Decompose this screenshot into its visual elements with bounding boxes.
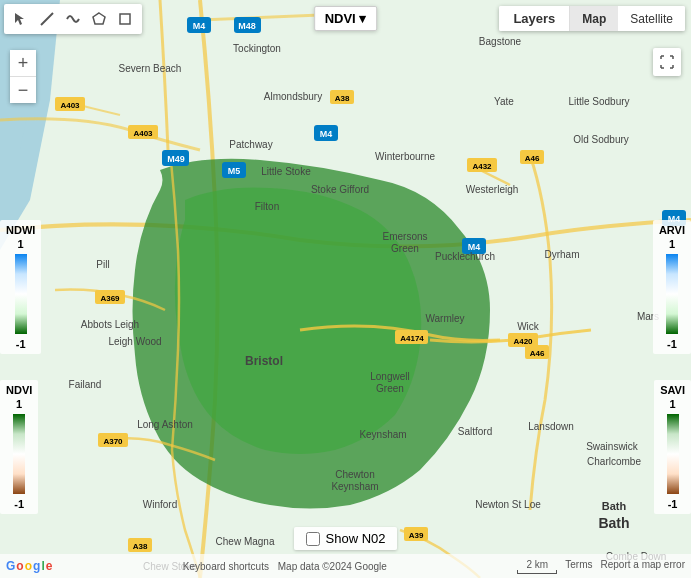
arvi-title: ARVI — [659, 224, 685, 236]
svg-text:A403: A403 — [60, 101, 80, 110]
svg-text:Keynsham: Keynsham — [331, 481, 378, 492]
cursor-icon[interactable] — [10, 8, 32, 30]
map-svg: M4 M4 M4 M4 M4 M5 M49 M48 A403 A403 A38 … — [0, 0, 691, 578]
layers-button[interactable]: Layers — [499, 6, 570, 31]
svg-text:Lansdown: Lansdown — [528, 421, 574, 432]
ndwi-title: NDWI — [6, 224, 35, 236]
svg-text:Stoke Gifford: Stoke Gifford — [311, 184, 369, 195]
tool-icons-container — [4, 4, 142, 34]
svg-text:Bath: Bath — [602, 500, 627, 512]
arvi-legend: ARVI 1 -1 — [653, 220, 691, 354]
svg-text:A420: A420 — [513, 337, 533, 346]
polygon-icon[interactable] — [88, 8, 110, 30]
zoom-in-button[interactable]: + — [10, 50, 36, 76]
svg-text:Swainswick: Swainswick — [586, 441, 639, 452]
show-no2-checkbox[interactable] — [306, 532, 320, 546]
svg-text:Filton: Filton — [255, 201, 279, 212]
ndwi-top: 1 — [18, 238, 24, 250]
svg-text:Tockington: Tockington — [233, 43, 281, 54]
svg-text:Winford: Winford — [143, 499, 177, 510]
ndvi-label: NDVI ▾ — [325, 11, 367, 26]
svg-text:Wick: Wick — [517, 321, 540, 332]
ndvi-legend: NDVI 1 -1 — [0, 380, 38, 514]
svg-text:A39: A39 — [409, 531, 424, 540]
square-icon[interactable] — [114, 8, 136, 30]
svg-text:Dyrham: Dyrham — [544, 249, 579, 260]
scale-line — [517, 570, 557, 574]
svg-text:Charlcombe: Charlcombe — [587, 456, 641, 467]
svg-text:A38: A38 — [133, 542, 148, 551]
show-no2-label[interactable]: Show N02 — [326, 531, 386, 546]
ndwi-legend: NDWI 1 -1 — [0, 220, 41, 354]
map-button[interactable]: Map — [570, 6, 618, 31]
svg-text:Emersons: Emersons — [382, 231, 427, 242]
bottom-bar: G o o g l e Keyboard shortcuts Map data … — [0, 554, 691, 578]
svg-text:Westerleigh: Westerleigh — [466, 184, 519, 195]
svg-text:Little Stoke: Little Stoke — [261, 166, 311, 177]
google-g2: g — [33, 559, 40, 573]
ndvi-button[interactable]: NDVI ▾ — [314, 6, 378, 31]
google-e: e — [46, 559, 53, 573]
svg-text:M49: M49 — [167, 154, 185, 164]
svg-text:Patchway: Patchway — [229, 139, 272, 150]
svg-text:A369: A369 — [100, 294, 120, 303]
bottom-right: 2 km Terms Report a map error — [517, 559, 685, 574]
zoom-out-button[interactable]: − — [10, 77, 36, 103]
svg-text:Warmley: Warmley — [425, 313, 464, 324]
svg-text:Chew Magna: Chew Magna — [216, 536, 275, 547]
svg-text:Little Sodbury: Little Sodbury — [568, 96, 629, 107]
svg-text:M4: M4 — [320, 129, 333, 139]
terms-link[interactable]: Terms — [565, 559, 592, 574]
svg-text:Winterbourne: Winterbourne — [375, 151, 435, 162]
satellite-button[interactable]: Satellite — [618, 6, 685, 31]
svg-text:A403: A403 — [133, 129, 153, 138]
ndvi-top: 1 — [16, 398, 22, 410]
svg-rect-84 — [120, 14, 130, 24]
keyboard-shortcuts-link[interactable]: Keyboard shortcuts — [183, 561, 269, 572]
svg-text:Longwell: Longwell — [370, 371, 409, 382]
svg-text:Pill: Pill — [96, 259, 109, 270]
svg-text:Green: Green — [391, 243, 419, 254]
fullscreen-icon — [660, 55, 674, 69]
savi-title: SAVI — [660, 384, 685, 396]
svg-text:Saltford: Saltford — [458, 426, 492, 437]
svg-text:Keynsham: Keynsham — [359, 429, 406, 440]
svg-text:A38: A38 — [335, 94, 350, 103]
arvi-bottom: -1 — [667, 338, 677, 350]
svg-text:Yate: Yate — [494, 96, 514, 107]
svg-text:Bath: Bath — [598, 515, 629, 531]
ndvi-title: NDVI — [6, 384, 32, 396]
svg-text:M48: M48 — [238, 21, 256, 31]
svg-text:A432: A432 — [472, 162, 492, 171]
ndwi-bottom: -1 — [16, 338, 26, 350]
svg-text:Old Sodbury: Old Sodbury — [573, 134, 629, 145]
svg-line-83 — [41, 13, 53, 25]
report-link[interactable]: Report a map error — [601, 559, 685, 574]
path-icon[interactable] — [62, 8, 84, 30]
svg-text:A4174: A4174 — [400, 334, 424, 343]
svg-text:Severn Beach: Severn Beach — [119, 63, 182, 74]
svg-text:Almondsbury: Almondsbury — [264, 91, 322, 102]
map-container[interactable]: M4 M4 M4 M4 M4 M5 M49 M48 A403 A403 A38 … — [0, 0, 691, 578]
arvi-bar — [666, 254, 678, 334]
google-logo: G o o g l e — [6, 559, 52, 573]
ndwi-bar — [15, 254, 27, 334]
svg-text:M5: M5 — [228, 166, 241, 176]
svg-text:A46: A46 — [530, 349, 545, 358]
svg-text:Green: Green — [376, 383, 404, 394]
savi-legend: SAVI 1 -1 — [654, 380, 691, 514]
svg-text:Failand: Failand — [69, 379, 102, 390]
google-o2: o — [25, 559, 32, 573]
line-icon[interactable] — [36, 8, 58, 30]
svg-text:A370: A370 — [103, 437, 123, 446]
google-o1: o — [16, 559, 23, 573]
svg-text:Long Ashton: Long Ashton — [137, 419, 193, 430]
fullscreen-button[interactable] — [653, 48, 681, 76]
savi-bar — [667, 414, 679, 494]
show-no2-container: Show N02 — [294, 527, 398, 550]
google-l: l — [41, 559, 44, 573]
svg-text:Chewton: Chewton — [335, 469, 374, 480]
savi-bottom: -1 — [668, 498, 678, 510]
ndvi-bottom: -1 — [14, 498, 24, 510]
svg-text:Newton St Loe: Newton St Loe — [475, 499, 541, 510]
